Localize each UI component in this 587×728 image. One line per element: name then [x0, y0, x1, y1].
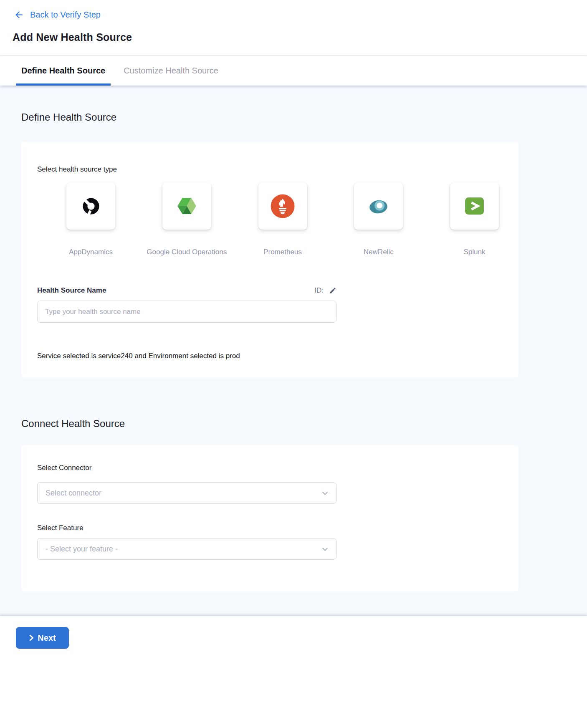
- source-option-newrelic: NewRelic: [354, 182, 403, 257]
- service-environment-note: Service selected is service240 and Envir…: [37, 351, 502, 361]
- health-source-name-row: Health Source Name ID:: [37, 286, 337, 295]
- page-title: Add New Health Source: [13, 31, 587, 43]
- select-type-label: Select health source type: [37, 165, 502, 174]
- prometheus-tile[interactable]: [258, 182, 307, 230]
- appdynamics-icon: [81, 196, 101, 217]
- splunk-icon: [465, 197, 484, 215]
- back-link-label: Back to Verify Step: [30, 9, 101, 20]
- prometheus-icon: [271, 194, 295, 218]
- connector-select[interactable]: Select connector: [37, 482, 337, 504]
- google-cloud-operations-icon: [177, 197, 197, 215]
- connect-section-title: Connect Health Source: [21, 418, 587, 430]
- chevron-down-icon: [322, 547, 328, 551]
- id-label: ID:: [314, 286, 324, 295]
- define-health-source-panel: Select health source type AppDynamics: [21, 142, 518, 378]
- select-connector-label: Select Connector: [37, 463, 502, 473]
- tab-label: Customize Health Source: [124, 66, 218, 76]
- connector-select-placeholder: Select connector: [46, 489, 101, 498]
- footer-bar: Next: [0, 616, 587, 728]
- page-header: Back to Verify Step Add New Health Sourc…: [0, 0, 587, 56]
- tab-bar: Define Health Source Customize Health So…: [0, 56, 587, 86]
- chevron-right-icon: [29, 634, 34, 641]
- tab-define-health-source[interactable]: Define Health Source: [21, 56, 105, 86]
- source-label: AppDynamics: [69, 248, 113, 257]
- feature-select-placeholder: - Select your feature -: [46, 545, 118, 554]
- source-option-appdynamics: AppDynamics: [66, 182, 115, 257]
- arrow-left-icon: [14, 10, 24, 20]
- main-content: Define Health Source Select health sourc…: [0, 86, 587, 616]
- newrelic-icon: [367, 196, 390, 217]
- source-label: Prometheus: [263, 248, 302, 257]
- splunk-tile[interactable]: [450, 182, 499, 230]
- next-button-label: Next: [38, 633, 56, 643]
- id-wrap: ID:: [314, 286, 337, 295]
- pencil-icon: [329, 287, 337, 294]
- google-cloud-operations-tile[interactable]: [162, 182, 211, 230]
- feature-select[interactable]: - Select your feature -: [37, 538, 337, 560]
- source-option-google-cloud-operations: Google Cloud Operations: [162, 182, 211, 257]
- back-to-verify-step-link[interactable]: Back to Verify Step: [13, 9, 101, 20]
- tab-customize-health-source[interactable]: Customize Health Source: [124, 56, 218, 86]
- health-source-name-input[interactable]: [37, 301, 337, 323]
- connect-health-source-panel: Select Connector Select connector Select…: [21, 445, 518, 592]
- source-label: NewRelic: [364, 248, 394, 257]
- source-label: Google Cloud Operations: [147, 248, 227, 257]
- define-section-title: Define Health Source: [21, 111, 587, 123]
- active-tab-underline: [16, 83, 111, 86]
- edit-id-button[interactable]: [329, 287, 337, 294]
- health-source-name-label: Health Source Name: [37, 286, 106, 295]
- source-option-splunk: Splunk: [450, 182, 499, 257]
- newrelic-tile[interactable]: [354, 182, 403, 230]
- tab-label: Define Health Source: [21, 66, 105, 76]
- appdynamics-tile[interactable]: [66, 182, 115, 230]
- source-option-prometheus: Prometheus: [258, 182, 307, 257]
- select-feature-label: Select Feature: [37, 523, 502, 533]
- next-button[interactable]: Next: [16, 627, 69, 649]
- source-label: Splunk: [464, 248, 486, 257]
- chevron-down-icon: [322, 491, 328, 495]
- health-source-type-row: AppDynamics Google Cloud Operations: [66, 182, 499, 257]
